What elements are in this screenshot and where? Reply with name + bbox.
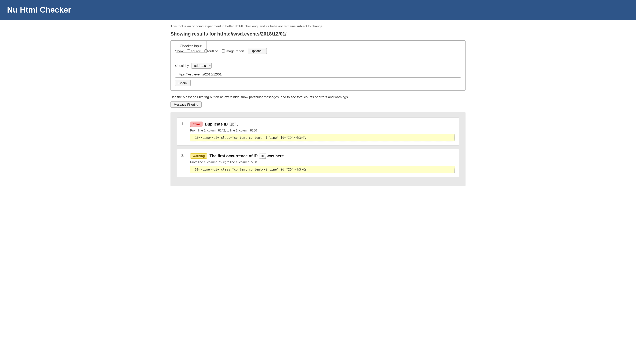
check-by-select[interactable]: address — [191, 63, 212, 68]
show-options-row: Show source outline image report Options… — [175, 48, 461, 54]
result-location-2: From line 1, column 7686; to line 1, col… — [190, 160, 455, 164]
checker-input-section: Checker Input Show source outline image … — [170, 40, 466, 91]
header: Nu Html Checker — [0, 0, 636, 20]
image-report-checkbox[interactable] — [222, 50, 225, 52]
result-title-1: Duplicate ID ID . — [205, 122, 238, 127]
check-by-row: Check by address — [175, 63, 461, 68]
result-item-2: 2. Warning The first occurrence of ID ID… — [177, 149, 459, 177]
warning-badge-2: Warning — [190, 153, 207, 158]
result-content-2: Warning The first occurrence of ID ID wa… — [190, 153, 455, 173]
result-location-1: From line 1, column 8242; to line 1, col… — [190, 128, 455, 132]
result-number-2: 2. — [181, 153, 187, 158]
result-id-box-1: ID — [229, 122, 236, 127]
check-by-label: Check by — [175, 64, 189, 68]
options-button[interactable]: Options... — [248, 48, 267, 54]
results-heading: Showing results for https://wsd.events/2… — [170, 31, 466, 37]
subtitle-text: This tool is an ongoing experiment in be… — [170, 24, 466, 28]
result-item-1: 1. Error Duplicate ID ID . From line 1, … — [177, 117, 459, 146]
error-badge-1: Error — [190, 122, 202, 127]
image-report-label: image report — [226, 49, 244, 53]
result-content-1: Error Duplicate ID ID . From line 1, col… — [190, 122, 455, 142]
url-input[interactable] — [175, 71, 461, 78]
result-title-before-id-2: The first occurrence of ID — [209, 154, 257, 158]
filter-hint-text: Use the Message Filtering button below t… — [170, 95, 466, 99]
results-area: 1. Error Duplicate ID ID . From line 1, … — [170, 112, 466, 186]
result-title-row-2: Warning The first occurrence of ID ID wa… — [190, 153, 455, 158]
page-title: Nu Html Checker — [7, 5, 629, 14]
result-code-2: :30</time><div class="content content--i… — [190, 166, 455, 173]
image-report-checkbox-label[interactable]: image report — [222, 49, 244, 53]
outline-label: outline — [208, 49, 218, 53]
result-title-after-id-2: was here. — [267, 154, 285, 158]
checker-input-legend: Checker Input — [175, 40, 206, 52]
result-code-1: :10</time><div class="content content--i… — [190, 134, 455, 142]
result-id-box-2: ID — [259, 154, 266, 158]
result-title-after-id-1: . — [237, 122, 238, 126]
message-filtering-button[interactable]: Message Filtering — [170, 102, 202, 108]
result-title-2: The first occurrence of ID ID was here. — [209, 154, 285, 158]
result-title-row-1: Error Duplicate ID ID . — [190, 122, 455, 127]
result-number-1: 1. — [181, 122, 187, 126]
result-title-before-id-1: Duplicate ID — [205, 122, 228, 126]
check-button[interactable]: Check — [175, 80, 191, 86]
